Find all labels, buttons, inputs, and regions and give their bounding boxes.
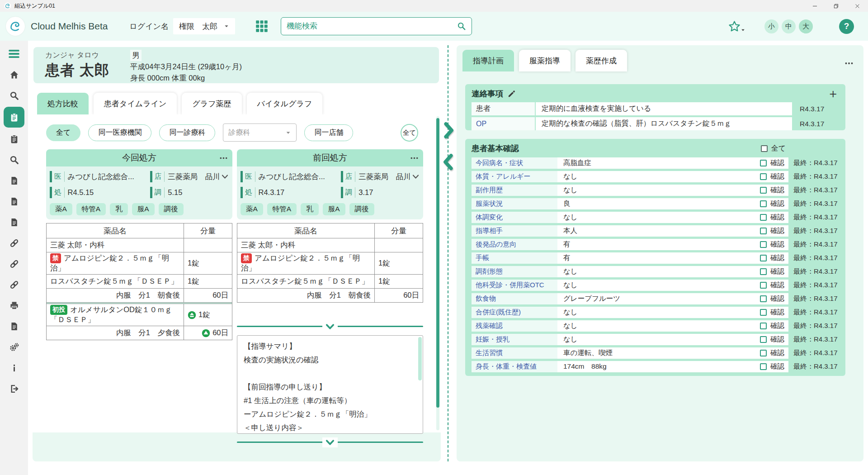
- confirm-checkbox[interactable]: [760, 214, 767, 221]
- confirm-checkbox[interactable]: [760, 228, 767, 234]
- check-row-label[interactable]: 服薬状況: [472, 198, 557, 209]
- add-note-button[interactable]: ＋: [827, 88, 839, 100]
- filter-button-2[interactable]: 同一診療科: [159, 124, 215, 141]
- confirm-checkbox[interactable]: [760, 268, 767, 275]
- filter-button-0[interactable]: 全て: [46, 124, 80, 141]
- more-menu-icon[interactable]: [219, 154, 228, 162]
- confirm-checkbox[interactable]: [760, 363, 767, 370]
- sidebar-item-document-4[interactable]: [4, 317, 24, 336]
- check-row-label[interactable]: 他科受診・併用薬OTC: [472, 280, 557, 291]
- right-tab-0[interactable]: 指導計画: [462, 50, 514, 71]
- font-medium-button[interactable]: 中: [782, 19, 796, 33]
- sidebar-item-document-1[interactable]: [4, 171, 24, 190]
- collapse-divider-bottom[interactable]: [237, 438, 423, 447]
- sidebar-item-document-3[interactable]: [4, 213, 24, 232]
- filter-button-1[interactable]: 同一医療機関: [88, 124, 151, 141]
- check-row-label[interactable]: 残薬確認: [472, 320, 557, 332]
- chevron-down-icon[interactable]: [412, 173, 420, 180]
- app-grid-icon[interactable]: [255, 19, 269, 33]
- font-small-button[interactable]: 小: [764, 19, 778, 33]
- right-tab-2[interactable]: 薬歴作成: [576, 50, 627, 71]
- expand-left-icon[interactable]: [441, 153, 456, 171]
- check-row-value[interactable]: 有: [557, 253, 760, 263]
- check-row-label[interactable]: 生活習慣: [472, 347, 557, 359]
- right-tab-1[interactable]: 服薬指導: [519, 50, 571, 71]
- check-row-value[interactable]: 高脂血症: [557, 158, 760, 168]
- contact-row-text[interactable]: 定期的に血液検査を実施している: [536, 102, 792, 115]
- check-row-label[interactable]: 合併症(既住歴): [472, 307, 557, 318]
- check-row-label[interactable]: 飲食物: [472, 293, 557, 304]
- check-row-label[interactable]: 妊娠・授乳: [472, 334, 557, 345]
- check-row-value[interactable]: なし: [557, 185, 760, 195]
- sidebar-item-print[interactable]: [4, 296, 24, 315]
- tab-3[interactable]: バイタルグラフ: [247, 93, 323, 114]
- sidebar-item-information[interactable]: [4, 358, 24, 377]
- check-row-label[interactable]: 後発品の意向: [472, 239, 557, 250]
- sidebar-item-sign-out[interactable]: [4, 379, 24, 398]
- check-row-value[interactable]: 車の運転、喫煙: [557, 348, 760, 358]
- more-menu-icon[interactable]: [410, 154, 419, 162]
- filter-button-4[interactable]: 同一店舗: [304, 124, 353, 141]
- tab-2[interactable]: グラフ薬歴: [182, 93, 241, 114]
- sidebar-item-check-list[interactable]: [4, 129, 24, 148]
- help-icon[interactable]: ?: [839, 19, 854, 34]
- check-all-checkbox[interactable]: [761, 145, 768, 152]
- favorites-star-icon[interactable]: [728, 20, 745, 33]
- sidebar-item-patient-search[interactable]: [4, 86, 24, 105]
- confirm-checkbox[interactable]: [760, 255, 767, 261]
- sidebar-item-link-2[interactable]: [4, 254, 24, 273]
- check-row-label[interactable]: 身長・体重・検査値: [472, 361, 557, 372]
- confirm-checkbox[interactable]: [760, 350, 767, 356]
- confirm-checkbox[interactable]: [760, 187, 767, 194]
- check-row-value[interactable]: 本人: [557, 226, 760, 236]
- check-row-value[interactable]: 良: [557, 199, 760, 209]
- scrollbar-thumb[interactable]: [436, 118, 439, 408]
- check-row-value[interactable]: なし: [557, 280, 760, 290]
- department-select[interactable]: 診療科: [223, 124, 297, 142]
- check-row-value[interactable]: なし: [557, 335, 760, 344]
- check-row-label[interactable]: 指導相手: [472, 225, 557, 237]
- edit-pencil-icon[interactable]: [507, 90, 516, 98]
- check-row-value[interactable]: なし: [557, 172, 760, 181]
- maximize-icon[interactable]: [826, 0, 847, 12]
- guidance-summary-text[interactable]: 【指導サマリ】検査の実施状況の確認【前回指導の申し送り】#1 生活上の注意（車の…: [237, 335, 423, 434]
- tab-1[interactable]: 患者タイムライン: [94, 93, 177, 114]
- check-row-label[interactable]: 手帳: [472, 252, 557, 264]
- confirm-checkbox[interactable]: [760, 160, 767, 166]
- contact-row-text[interactable]: 定期的な検査の確認（脂質、肝）ロスバスタチン錠５ｍｇ: [536, 117, 792, 130]
- minimize-icon[interactable]: [804, 0, 826, 12]
- summary-scrollbar[interactable]: [418, 337, 422, 380]
- check-row-value[interactable]: なし: [557, 213, 760, 222]
- sidebar-item-drug-search[interactable]: [4, 150, 24, 169]
- sidebar-item-document-2[interactable]: [4, 192, 24, 211]
- check-row-label[interactable]: 今回病名・症状: [472, 157, 557, 169]
- sidebar-item-menu-toggle[interactable]: [4, 44, 24, 63]
- confirm-checkbox[interactable]: [760, 282, 767, 289]
- confirm-checkbox[interactable]: [760, 309, 767, 316]
- filter-all-toggle[interactable]: 全て: [401, 124, 418, 142]
- chevron-down-icon[interactable]: [221, 173, 229, 180]
- check-row-value[interactable]: なし: [557, 321, 760, 331]
- check-row-value[interactable]: グレープフルーツ: [557, 294, 760, 304]
- check-row-value[interactable]: 174cm 88kg: [557, 362, 760, 371]
- expand-right-icon[interactable]: [441, 121, 456, 139]
- font-large-button[interactable]: 大: [799, 19, 813, 33]
- close-icon[interactable]: [847, 0, 868, 12]
- collapse-divider-top[interactable]: [237, 322, 423, 331]
- confirm-checkbox[interactable]: [760, 200, 767, 207]
- check-row-value[interactable]: 有: [557, 240, 760, 249]
- search-input[interactable]: [287, 22, 457, 31]
- check-row-label[interactable]: 体調変化: [472, 212, 557, 223]
- confirm-checkbox[interactable]: [760, 295, 767, 302]
- confirm-checkbox[interactable]: [760, 241, 767, 248]
- sidebar-item-medication-check[interactable]: [4, 107, 24, 128]
- check-row-value[interactable]: なし: [557, 308, 760, 317]
- confirm-checkbox[interactable]: [760, 173, 767, 180]
- sidebar-item-link-3[interactable]: [4, 275, 24, 294]
- sidebar-item-link-1[interactable]: [4, 233, 24, 252]
- check-row-label[interactable]: 体質・アレルギー: [472, 171, 557, 182]
- confirm-checkbox[interactable]: [760, 336, 767, 343]
- tab-0[interactable]: 処方比較: [37, 93, 89, 114]
- sidebar-item-home[interactable]: [4, 65, 24, 84]
- check-row-label[interactable]: 調剤形態: [472, 266, 557, 277]
